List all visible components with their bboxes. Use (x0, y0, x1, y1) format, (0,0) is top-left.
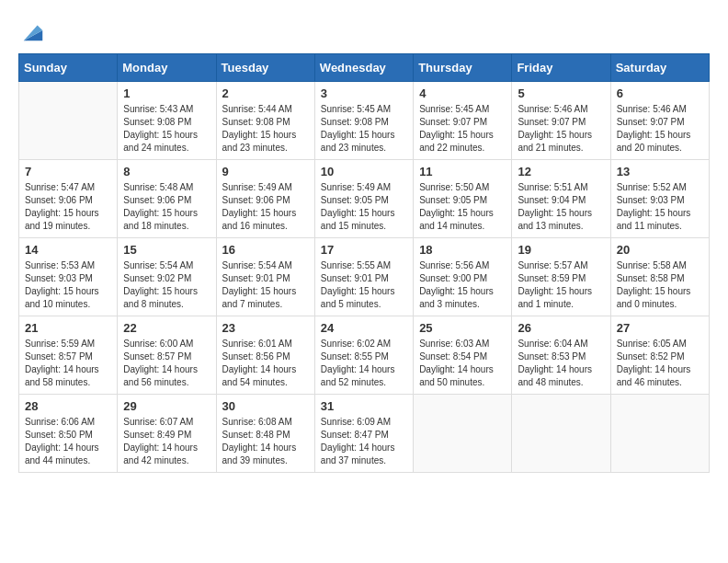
calendar-cell: 18Sunrise: 5:56 AM Sunset: 9:00 PM Dayli… (414, 238, 512, 316)
calendar-cell: 17Sunrise: 5:55 AM Sunset: 9:01 PM Dayli… (314, 238, 413, 316)
logo-icon (20, 18, 46, 44)
day-number: 24 (321, 321, 407, 335)
calendar-cell (414, 395, 512, 473)
calendar-cell: 3Sunrise: 5:45 AM Sunset: 9:08 PM Daylig… (314, 82, 413, 160)
calendar-cell: 2Sunrise: 5:44 AM Sunset: 9:08 PM Daylig… (216, 82, 314, 160)
page-header (18, 18, 710, 44)
day-number: 2 (222, 86, 309, 100)
day-number: 31 (321, 399, 407, 413)
day-number: 26 (518, 321, 604, 335)
logo (18, 18, 46, 44)
day-number: 14 (25, 243, 111, 257)
header-sunday: Sunday (19, 54, 118, 82)
day-info: Sunrise: 5:48 AM Sunset: 9:06 PM Dayligh… (123, 181, 210, 233)
day-info: Sunrise: 5:45 AM Sunset: 9:08 PM Dayligh… (321, 103, 407, 155)
calendar-cell: 19Sunrise: 5:57 AM Sunset: 8:59 PM Dayli… (512, 238, 610, 316)
day-info: Sunrise: 5:59 AM Sunset: 8:57 PM Dayligh… (25, 338, 111, 389)
week-row-5: 28Sunrise: 6:06 AM Sunset: 8:50 PM Dayli… (19, 395, 710, 473)
calendar-cell: 25Sunrise: 6:03 AM Sunset: 8:54 PM Dayli… (414, 316, 512, 395)
calendar-cell: 22Sunrise: 6:00 AM Sunset: 8:57 PM Dayli… (118, 316, 216, 395)
day-info: Sunrise: 6:07 AM Sunset: 8:49 PM Dayligh… (123, 416, 210, 467)
day-number: 6 (617, 86, 703, 100)
calendar-cell: 4Sunrise: 5:45 AM Sunset: 9:07 PM Daylig… (414, 82, 512, 160)
calendar-cell: 8Sunrise: 5:48 AM Sunset: 9:06 PM Daylig… (118, 160, 216, 238)
day-info: Sunrise: 5:52 AM Sunset: 9:03 PM Dayligh… (617, 181, 703, 233)
day-number: 19 (518, 243, 604, 257)
header-tuesday: Tuesday (216, 54, 314, 82)
calendar-cell: 11Sunrise: 5:50 AM Sunset: 9:05 PM Dayli… (414, 160, 512, 238)
calendar-cell: 5Sunrise: 5:46 AM Sunset: 9:07 PM Daylig… (512, 82, 610, 160)
calendar-cell: 16Sunrise: 5:54 AM Sunset: 9:01 PM Dayli… (216, 238, 314, 316)
day-info: Sunrise: 5:47 AM Sunset: 9:06 PM Dayligh… (25, 181, 111, 233)
calendar-cell: 13Sunrise: 5:52 AM Sunset: 9:03 PM Dayli… (610, 160, 709, 238)
day-number: 7 (25, 165, 111, 178)
day-number: 21 (25, 321, 111, 335)
day-info: Sunrise: 5:54 AM Sunset: 9:02 PM Dayligh… (123, 259, 210, 311)
week-row-4: 21Sunrise: 5:59 AM Sunset: 8:57 PM Dayli… (19, 316, 710, 395)
header-monday: Monday (118, 54, 216, 82)
calendar-cell: 26Sunrise: 6:04 AM Sunset: 8:53 PM Dayli… (512, 316, 610, 395)
calendar-cell: 6Sunrise: 5:46 AM Sunset: 9:07 PM Daylig… (610, 82, 709, 160)
calendar-cell (19, 82, 118, 160)
day-number: 12 (518, 165, 604, 178)
day-info: Sunrise: 6:01 AM Sunset: 8:56 PM Dayligh… (222, 338, 309, 389)
day-number: 3 (321, 86, 407, 100)
calendar-cell: 12Sunrise: 5:51 AM Sunset: 9:04 PM Dayli… (512, 160, 610, 238)
day-number: 16 (222, 243, 309, 257)
day-info: Sunrise: 5:54 AM Sunset: 9:01 PM Dayligh… (222, 259, 309, 311)
day-number: 20 (617, 243, 703, 257)
calendar-cell: 7Sunrise: 5:47 AM Sunset: 9:06 PM Daylig… (19, 160, 118, 238)
day-info: Sunrise: 6:02 AM Sunset: 8:55 PM Dayligh… (321, 338, 407, 389)
calendar-table: SundayMondayTuesdayWednesdayThursdayFrid… (18, 53, 710, 473)
day-info: Sunrise: 6:00 AM Sunset: 8:57 PM Dayligh… (123, 338, 210, 389)
calendar-cell: 28Sunrise: 6:06 AM Sunset: 8:50 PM Dayli… (19, 395, 118, 473)
header-row: SundayMondayTuesdayWednesdayThursdayFrid… (19, 54, 710, 82)
day-info: Sunrise: 6:06 AM Sunset: 8:50 PM Dayligh… (25, 416, 111, 467)
day-info: Sunrise: 5:43 AM Sunset: 9:08 PM Dayligh… (123, 103, 210, 155)
day-number: 25 (419, 321, 506, 335)
day-info: Sunrise: 5:57 AM Sunset: 8:59 PM Dayligh… (518, 259, 604, 311)
day-number: 28 (25, 399, 111, 413)
day-info: Sunrise: 5:44 AM Sunset: 9:08 PM Dayligh… (222, 103, 309, 155)
day-number: 29 (123, 399, 210, 413)
week-row-2: 7Sunrise: 5:47 AM Sunset: 9:06 PM Daylig… (19, 160, 710, 238)
calendar-cell: 14Sunrise: 5:53 AM Sunset: 9:03 PM Dayli… (19, 238, 118, 316)
day-info: Sunrise: 6:09 AM Sunset: 8:47 PM Dayligh… (321, 416, 407, 467)
day-info: Sunrise: 5:49 AM Sunset: 9:06 PM Dayligh… (222, 181, 309, 233)
day-info: Sunrise: 5:58 AM Sunset: 8:58 PM Dayligh… (617, 259, 703, 311)
day-number: 15 (123, 243, 210, 257)
calendar-cell (610, 395, 709, 473)
calendar-cell: 20Sunrise: 5:58 AM Sunset: 8:58 PM Dayli… (610, 238, 709, 316)
day-info: Sunrise: 5:46 AM Sunset: 9:07 PM Dayligh… (518, 103, 604, 155)
day-info: Sunrise: 5:45 AM Sunset: 9:07 PM Dayligh… (419, 103, 506, 155)
day-number: 23 (222, 321, 309, 335)
day-number: 27 (617, 321, 703, 335)
day-number: 1 (123, 86, 210, 100)
day-info: Sunrise: 5:55 AM Sunset: 9:01 PM Dayligh… (321, 259, 407, 311)
day-number: 13 (617, 165, 703, 178)
week-row-3: 14Sunrise: 5:53 AM Sunset: 9:03 PM Dayli… (19, 238, 710, 316)
day-info: Sunrise: 5:53 AM Sunset: 9:03 PM Dayligh… (25, 259, 111, 311)
day-info: Sunrise: 5:46 AM Sunset: 9:07 PM Dayligh… (617, 103, 703, 155)
calendar-cell: 1Sunrise: 5:43 AM Sunset: 9:08 PM Daylig… (118, 82, 216, 160)
calendar-cell (512, 395, 610, 473)
header-friday: Friday (512, 54, 610, 82)
day-info: Sunrise: 6:03 AM Sunset: 8:54 PM Dayligh… (419, 338, 506, 389)
day-number: 8 (123, 165, 210, 178)
day-info: Sunrise: 6:08 AM Sunset: 8:48 PM Dayligh… (222, 416, 309, 467)
calendar-cell: 24Sunrise: 6:02 AM Sunset: 8:55 PM Dayli… (314, 316, 413, 395)
header-thursday: Thursday (414, 54, 512, 82)
day-number: 30 (222, 399, 309, 413)
calendar-cell: 30Sunrise: 6:08 AM Sunset: 8:48 PM Dayli… (216, 395, 314, 473)
header-saturday: Saturday (610, 54, 709, 82)
day-info: Sunrise: 5:56 AM Sunset: 9:00 PM Dayligh… (419, 259, 506, 311)
calendar-cell: 31Sunrise: 6:09 AM Sunset: 8:47 PM Dayli… (314, 395, 413, 473)
day-info: Sunrise: 6:04 AM Sunset: 8:53 PM Dayligh… (518, 338, 604, 389)
day-number: 18 (419, 243, 506, 257)
day-number: 17 (321, 243, 407, 257)
week-row-1: 1Sunrise: 5:43 AM Sunset: 9:08 PM Daylig… (19, 82, 710, 160)
day-info: Sunrise: 6:05 AM Sunset: 8:52 PM Dayligh… (617, 338, 703, 389)
day-number: 9 (222, 165, 309, 178)
calendar-cell: 15Sunrise: 5:54 AM Sunset: 9:02 PM Dayli… (118, 238, 216, 316)
day-number: 10 (321, 165, 407, 178)
